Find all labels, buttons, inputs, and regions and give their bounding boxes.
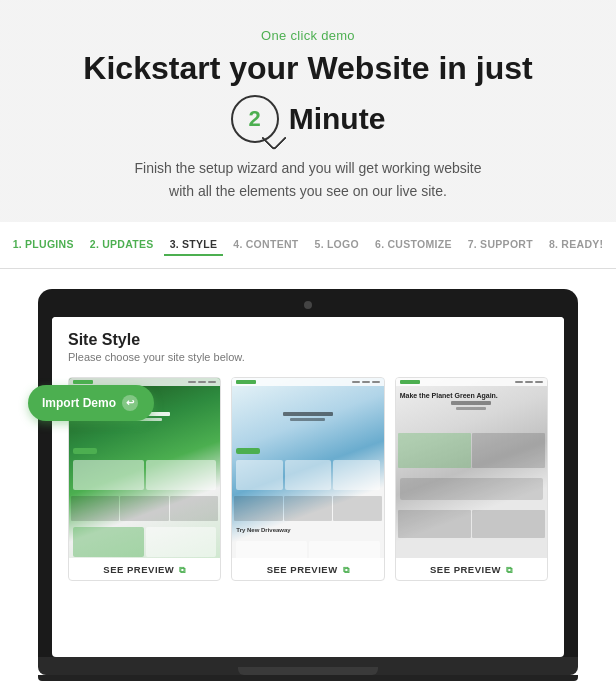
fake-section-4 — [232, 537, 383, 558]
laptop-body: Site Style Please choose your site style… — [38, 289, 578, 657]
fake-logo-3 — [400, 380, 420, 384]
external-link-icon: ⧉ — [343, 565, 350, 575]
step-3-style[interactable]: 3. STYLE — [164, 234, 224, 256]
fake-img-row-4 — [396, 508, 547, 540]
laptop-screen: Site Style Please choose your site style… — [52, 317, 564, 657]
fake-img — [284, 496, 332, 521]
fake-section-5 — [396, 474, 547, 504]
fake-nav-item — [515, 381, 523, 383]
fake-img-row — [69, 494, 220, 523]
laptop-stand — [38, 675, 578, 681]
demo-card-3[interactable]: Make the Planet Green Again. — [395, 377, 548, 581]
number-circle: 2 — [231, 95, 279, 143]
fake-green-card — [73, 527, 144, 557]
fake-nav-3 — [396, 378, 547, 386]
fake-img — [398, 433, 471, 468]
fake-nav-item — [352, 381, 360, 383]
fake-hero-3 — [396, 401, 547, 431]
fake-card — [333, 460, 379, 490]
fake-card — [309, 541, 380, 558]
fake-nav-item — [362, 381, 370, 383]
fake-nav-item — [372, 381, 380, 383]
fake-card — [236, 460, 282, 490]
fake-nav-item — [525, 381, 533, 383]
fake-nav-items — [188, 381, 216, 383]
hero-subtitle: Finish the setup wizard and you will get… — [108, 157, 508, 202]
fake-green-btn-2 — [236, 448, 260, 454]
fake-img — [472, 433, 545, 468]
fake-nav-item — [198, 381, 206, 383]
laptop-section: Import Demo ↩ Site Style Please choose y… — [0, 269, 616, 691]
screen-subtitle: Please choose your site style below. — [68, 351, 548, 363]
fake-section — [69, 456, 220, 494]
fake-section-3 — [232, 456, 383, 494]
fake-text-label: Try New Driveaway — [232, 523, 383, 537]
hero-title: Kickstart your Website in just — [20, 49, 596, 87]
fake-card — [146, 460, 217, 490]
minute-label: Minute — [289, 102, 386, 136]
fake-img — [170, 496, 218, 521]
laptop-wrapper: Import Demo ↩ Site Style Please choose y… — [38, 289, 578, 681]
arrow-icon: ↩ — [122, 395, 138, 411]
fake-img-row-3 — [396, 431, 547, 470]
see-preview-1[interactable]: SEE PREVIEW ⧉ — [69, 558, 220, 580]
demo-card-2[interactable]: Try New Driveaway SEE PREVIEW ⧉ — [231, 377, 384, 581]
fake-card — [146, 527, 217, 557]
fake-hero-2 — [232, 386, 383, 446]
fake-logo-2 — [236, 380, 256, 384]
screen-header: Site Style Please choose your site style… — [52, 317, 564, 369]
fake-img — [120, 496, 168, 521]
step-8-ready[interactable]: 8. READY! — [543, 234, 609, 256]
see-preview-3[interactable]: SEE PREVIEW ⧉ — [396, 558, 547, 580]
fake-hero-text2 — [290, 418, 325, 421]
fake-hero-text2 — [456, 407, 486, 410]
step-5-logo[interactable]: 5. LOGO — [309, 234, 365, 256]
hero-content: One click demo Kickstart your Website in… — [20, 28, 596, 202]
fake-card — [73, 460, 144, 490]
fake-hero-text — [283, 412, 333, 416]
fake-nav-item — [208, 381, 216, 383]
fake-img-row-2 — [232, 494, 383, 523]
step-6-customize[interactable]: 6. CUSTOMIZE — [369, 234, 458, 256]
fake-nav-item — [188, 381, 196, 383]
laptop-camera — [304, 301, 312, 309]
fake-nav-items-2 — [352, 381, 380, 383]
fake-hero-text — [451, 401, 491, 405]
fake-img — [333, 496, 381, 521]
step-7-support[interactable]: 7. SUPPORT — [462, 234, 539, 256]
demo-preview-3: Make the Planet Green Again. — [396, 378, 547, 558]
fake-nav-items-3 — [515, 381, 543, 383]
fake-img — [398, 510, 471, 538]
minute-row: 2 Minute — [20, 95, 596, 143]
fake-section-2 — [69, 523, 220, 558]
fake-nav-item — [535, 381, 543, 383]
fake-card — [400, 478, 543, 500]
fake-green-btn — [73, 448, 97, 454]
fake-img — [234, 496, 282, 521]
fake-card — [236, 541, 307, 558]
one-click-label: One click demo — [20, 28, 596, 43]
fake-img — [472, 510, 545, 538]
fake-nav-2 — [232, 378, 383, 386]
see-preview-2[interactable]: SEE PREVIEW ⧉ — [232, 558, 383, 580]
fake-card — [285, 460, 331, 490]
external-link-icon: ⧉ — [506, 565, 513, 575]
screen-title: Site Style — [68, 331, 548, 349]
fake-img — [71, 496, 119, 521]
import-demo-button[interactable]: Import Demo ↩ — [28, 385, 154, 421]
step-4-content[interactable]: 4. CONTENT — [227, 234, 304, 256]
external-link-icon: ⧉ — [179, 565, 186, 575]
fake-logo — [73, 380, 93, 384]
laptop-base — [38, 657, 578, 675]
demo-preview-2: Try New Driveaway — [232, 378, 383, 558]
fake-card3-title: Make the Planet Green Again. — [396, 386, 547, 401]
hero-section: One click demo Kickstart your Website in… — [0, 0, 616, 222]
step-1-plugins[interactable]: 1. PLUGINS — [7, 234, 80, 256]
steps-navigation: 1. PLUGINS 2. UPDATES 3. STYLE 4. CONTEN… — [0, 222, 616, 269]
step-2-updates[interactable]: 2. UPDATES — [84, 234, 160, 256]
